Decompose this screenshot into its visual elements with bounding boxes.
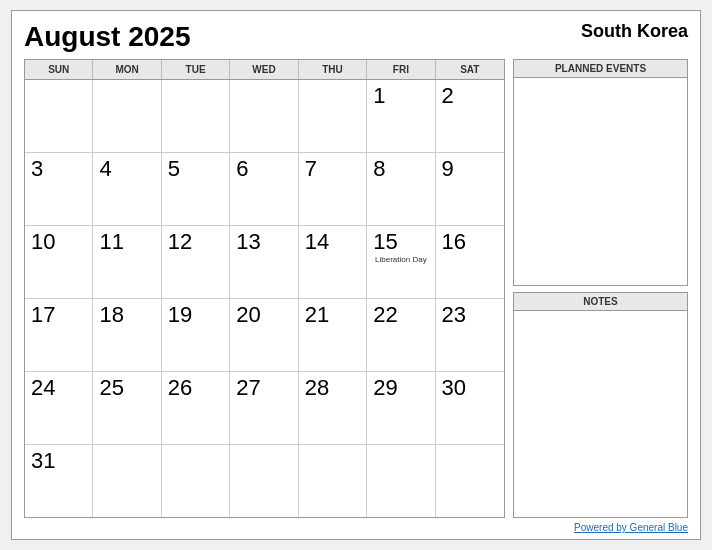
- day-cell: 27: [230, 372, 298, 444]
- day-number: 15: [373, 230, 397, 254]
- day-cell: 20: [230, 299, 298, 371]
- notes-section: NOTES: [513, 292, 688, 519]
- day-cell: 0: [436, 445, 504, 517]
- day-cell: 0: [299, 445, 367, 517]
- week-row-4: 24252627282930: [25, 372, 504, 445]
- day-cell: 15Liberation Day: [367, 226, 435, 298]
- day-cell: 25: [93, 372, 161, 444]
- day-header-tue: TUE: [162, 60, 230, 79]
- day-cell: 19: [162, 299, 230, 371]
- day-cell: 0: [299, 80, 367, 152]
- day-number: 10: [31, 230, 55, 254]
- day-number: 31: [31, 449, 55, 473]
- day-cell: 0: [162, 445, 230, 517]
- day-cell: 0: [93, 445, 161, 517]
- day-cell: 31: [25, 445, 93, 517]
- day-header-mon: MON: [93, 60, 161, 79]
- week-row-3: 17181920212223: [25, 299, 504, 372]
- day-header-fri: FRI: [367, 60, 435, 79]
- day-header-wed: WED: [230, 60, 298, 79]
- day-cell: 13: [230, 226, 298, 298]
- day-number: 1: [373, 84, 385, 108]
- planned-events-label: PLANNED EVENTS: [514, 60, 687, 78]
- day-cell: 16: [436, 226, 504, 298]
- day-number: 7: [305, 157, 317, 181]
- day-cell: 0: [230, 80, 298, 152]
- day-number: 26: [168, 376, 192, 400]
- day-number: 30: [442, 376, 466, 400]
- day-cell: 1: [367, 80, 435, 152]
- day-cell: 30: [436, 372, 504, 444]
- week-row-5: 31000000: [25, 445, 504, 517]
- notes-label: NOTES: [514, 293, 687, 311]
- day-cell: 12: [162, 226, 230, 298]
- day-number: 13: [236, 230, 260, 254]
- footer-link[interactable]: Powered by General Blue: [574, 522, 688, 533]
- day-number: 6: [236, 157, 248, 181]
- calendar-container: August 2025 South Korea SUNMONTUEWEDTHUF…: [11, 10, 701, 540]
- day-header-sun: SUN: [25, 60, 93, 79]
- day-number: 25: [99, 376, 123, 400]
- day-cell: 0: [367, 445, 435, 517]
- day-number: 5: [168, 157, 180, 181]
- country-title: South Korea: [581, 21, 688, 42]
- week-row-2: 101112131415Liberation Day16: [25, 226, 504, 299]
- day-number: 19: [168, 303, 192, 327]
- day-cell: 7: [299, 153, 367, 225]
- day-header-thu: THU: [299, 60, 367, 79]
- day-cell: 17: [25, 299, 93, 371]
- day-number: 22: [373, 303, 397, 327]
- day-number: 14: [305, 230, 329, 254]
- day-cell: 14: [299, 226, 367, 298]
- day-number: 27: [236, 376, 260, 400]
- day-cell: 10: [25, 226, 93, 298]
- day-cell: 0: [93, 80, 161, 152]
- day-cell: 0: [25, 80, 93, 152]
- day-number: 9: [442, 157, 454, 181]
- footer: Powered by General Blue: [24, 522, 688, 533]
- day-number: 16: [442, 230, 466, 254]
- day-cell: 18: [93, 299, 161, 371]
- day-number: 11: [99, 230, 123, 254]
- day-cell: 24: [25, 372, 93, 444]
- notes-body: [514, 311, 687, 518]
- day-cell: 0: [162, 80, 230, 152]
- day-cell: 11: [93, 226, 161, 298]
- day-cell: 0: [230, 445, 298, 517]
- main-area: SUNMONTUEWEDTHUFRISAT 000001234567891011…: [24, 59, 688, 518]
- day-number: 4: [99, 157, 111, 181]
- sidebar: PLANNED EVENTS NOTES: [513, 59, 688, 518]
- day-number: 12: [168, 230, 192, 254]
- days-header: SUNMONTUEWEDTHUFRISAT: [25, 60, 504, 80]
- day-number: 3: [31, 157, 43, 181]
- day-number: 2: [442, 84, 454, 108]
- day-cell: 26: [162, 372, 230, 444]
- day-cell: 8: [367, 153, 435, 225]
- day-number: 8: [373, 157, 385, 181]
- day-cell: 3: [25, 153, 93, 225]
- day-cell: 6: [230, 153, 298, 225]
- day-number: 20: [236, 303, 260, 327]
- day-number: 29: [373, 376, 397, 400]
- calendar-weeks: 00000123456789101112131415Liberation Day…: [25, 80, 504, 517]
- week-row-1: 3456789: [25, 153, 504, 226]
- holiday-label: Liberation Day: [373, 255, 428, 265]
- calendar-grid: SUNMONTUEWEDTHUFRISAT 000001234567891011…: [24, 59, 505, 518]
- day-number: 23: [442, 303, 466, 327]
- day-cell: 5: [162, 153, 230, 225]
- header-row: August 2025 South Korea: [24, 21, 688, 53]
- day-header-sat: SAT: [436, 60, 504, 79]
- day-number: 24: [31, 376, 55, 400]
- week-row-0: 0000012: [25, 80, 504, 153]
- planned-events-section: PLANNED EVENTS: [513, 59, 688, 286]
- day-cell: 29: [367, 372, 435, 444]
- day-cell: 21: [299, 299, 367, 371]
- day-number: 21: [305, 303, 329, 327]
- day-number: 28: [305, 376, 329, 400]
- day-number: 17: [31, 303, 55, 327]
- day-cell: 23: [436, 299, 504, 371]
- day-cell: 4: [93, 153, 161, 225]
- day-number: 18: [99, 303, 123, 327]
- month-title: August 2025: [24, 21, 191, 53]
- day-cell: 22: [367, 299, 435, 371]
